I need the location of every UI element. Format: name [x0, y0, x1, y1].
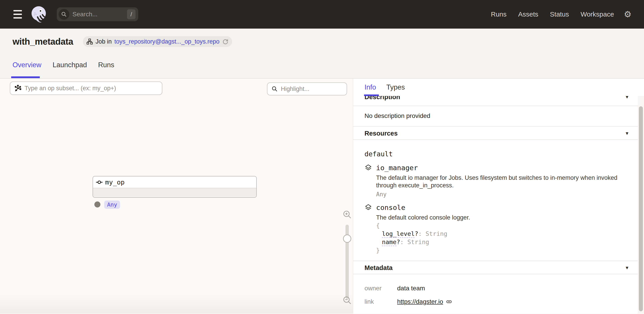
op-selector-icon [14, 85, 22, 92]
job-tag-prefix: Job in [96, 38, 112, 45]
resource-item-console: console The default colored console logg… [364, 203, 632, 254]
resource-name: console [376, 203, 406, 211]
nav-item-workspace[interactable]: Workspace [580, 10, 614, 18]
page-tabs: Overview Launchpad Runs [12, 61, 114, 68]
schema-close-brace: } [376, 246, 632, 254]
resource-item-io-manager: io_manager The default io manager for Jo… [364, 164, 632, 198]
op-info-panel: Info Types Description ▼ No description … [353, 79, 644, 314]
nav-item-runs[interactable]: Runs [491, 10, 506, 18]
collapse-caret-icon[interactable]: ▼ [625, 265, 629, 271]
search-input[interactable] [72, 11, 127, 18]
settings-gear-icon[interactable]: ⚙ [624, 10, 632, 18]
search-shortcut-hint: / [127, 9, 136, 19]
resource-name: io_manager [376, 164, 418, 172]
panel-active-tab-underline [364, 94, 379, 96]
active-tab-underline [11, 76, 40, 78]
schema-field-type: : String [418, 230, 448, 237]
output-type-badge[interactable]: Any [104, 200, 120, 209]
collapse-caret-icon[interactable]: ▼ [625, 96, 629, 100]
job-repo-tag: Job in toys_repository@dagst..._op_toys.… [83, 36, 232, 47]
op-node-name: my_op [105, 178, 124, 186]
tab-runs[interactable]: Runs [98, 61, 114, 68]
panel-scrollbar-thumb[interactable] [639, 106, 643, 311]
top-nav: / Runs Assets Status Workspace ⚙ [0, 0, 644, 29]
metadata-link[interactable]: https://dagster.io [397, 298, 443, 306]
resource-description: The default io manager for Jobs. Uses fi… [376, 174, 626, 189]
page-title: with_metadata [12, 37, 73, 47]
schema-field: name?: String [382, 238, 632, 246]
zoom-in-icon[interactable] [342, 210, 352, 219]
schema-field-name[interactable]: name [382, 239, 396, 246]
external-link-chain-icon[interactable] [446, 298, 452, 305]
resource-config-type: Any [376, 191, 632, 198]
panel-scroll-area[interactable]: Description ▼ No description provided Re… [353, 96, 644, 314]
metadata-body: owner data team link https://dagster.io [353, 274, 644, 306]
dagster-logo-icon[interactable] [30, 5, 48, 24]
section-metadata-header[interactable]: Metadata ▼ [353, 261, 644, 274]
resource-description: The default colored console logger. [376, 214, 626, 221]
section-description-title: Description [364, 96, 400, 101]
op-graph-canvas[interactable]: my_op Any [0, 79, 353, 314]
reload-repository-icon[interactable] [222, 38, 228, 45]
op-icon [96, 179, 103, 186]
highlight-filter [267, 82, 347, 95]
section-metadata-title: Metadata [364, 264, 393, 272]
nav-links: Runs Assets Status Workspace [491, 10, 614, 18]
panel-tab-types[interactable]: Types [386, 83, 405, 91]
resource-layers-icon [364, 164, 372, 171]
zoom-out-icon[interactable] [342, 296, 352, 305]
schema-open-brace: { [376, 221, 632, 230]
op-output-port [94, 201, 100, 207]
page-header: with_metadata Job in toys_repository@dag… [0, 29, 644, 79]
schema-field: log_level?: String [382, 230, 632, 238]
panel-tabs: Info Types [353, 79, 644, 96]
global-search: / [57, 7, 138, 21]
job-repo-link[interactable]: toys_repository@dagst..._op_toys.repo [114, 38, 219, 45]
zoom-slider-handle[interactable] [343, 234, 351, 243]
schema-field-optional: ? [396, 239, 400, 245]
metadata-key: link [364, 298, 397, 306]
metadata-key: owner [364, 285, 397, 292]
section-resources-title: Resources [364, 130, 398, 137]
section-resources-header[interactable]: Resources ▼ [353, 127, 644, 140]
tab-overview[interactable]: Overview [12, 61, 41, 68]
tab-launchpad[interactable]: Launchpad [52, 61, 87, 68]
resource-group-name: default [364, 150, 632, 158]
metadata-row-owner: owner data team [364, 285, 632, 292]
schema-field-optional: ? [414, 230, 418, 237]
description-body: No description provided [353, 106, 644, 127]
metadata-row-link: link https://dagster.io [364, 298, 632, 306]
resource-config-schema: { log_level?: String name?: String } [376, 221, 632, 254]
schema-field-type: : String [400, 239, 429, 245]
op-subset-filter [10, 82, 162, 95]
highlight-input[interactable] [281, 86, 342, 92]
schema-field-name[interactable]: log_level [382, 230, 414, 238]
job-graph-icon [86, 38, 93, 45]
op-node-body [93, 188, 256, 197]
hamburger-menu-icon[interactable] [9, 5, 26, 23]
search-icon [58, 9, 69, 20]
resources-body: default io_manager The default io manage… [353, 140, 644, 261]
search-icon [272, 86, 278, 92]
section-description-header[interactable]: Description ▼ [353, 96, 644, 106]
nav-item-status[interactable]: Status [550, 10, 569, 18]
panel-tab-info[interactable]: Info [364, 83, 376, 91]
nav-item-assets[interactable]: Assets [518, 10, 538, 18]
collapse-caret-icon[interactable]: ▼ [625, 131, 629, 136]
op-node-my-op[interactable]: my_op [92, 176, 257, 198]
resource-layers-icon [364, 204, 372, 211]
metadata-value: data team [397, 285, 425, 292]
op-subset-input[interactable] [24, 85, 158, 92]
